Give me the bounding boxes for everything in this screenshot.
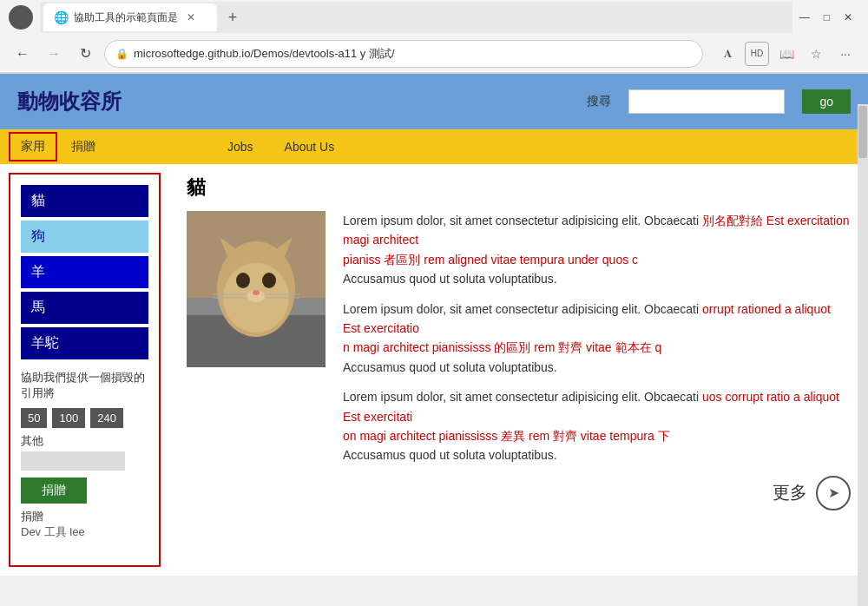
nav-home[interactable]: 家用 bbox=[9, 132, 57, 161]
new-tab-btn[interactable]: + bbox=[220, 5, 245, 30]
sidebar-donation: 協助我們提供一個損毀的引用將 50 100 240 其他 捐贈 捐贈 Dev 工… bbox=[21, 370, 148, 540]
animal-alpaca-btn[interactable]: 羊駝 bbox=[21, 327, 148, 359]
window-controls-right: — □ ✕ bbox=[799, 11, 859, 23]
donate-button[interactable]: 捐贈 bbox=[21, 478, 87, 504]
amount-100[interactable]: 100 bbox=[52, 408, 85, 428]
main-content: 貓 bbox=[169, 164, 868, 576]
link-2[interactable]: pianiss 者區別 rem aligned vitae tempura un… bbox=[343, 253, 638, 267]
address-bar: ← → ↻ 🔒 microsoftedge.github.io/Demos/de… bbox=[0, 35, 868, 73]
read-aloud-icon[interactable]: 𝐀 bbox=[715, 42, 740, 66]
site-main: 貓 狗 羊 馬 羊駝 協助我們提供一個損毀的引用將 50 100 240 其他 … bbox=[0, 164, 868, 576]
animal-cat-btn[interactable]: 貓 bbox=[21, 185, 148, 217]
link-5[interactable]: uos corrupt ratio a aliquot Est exercita… bbox=[343, 390, 839, 423]
nav-jobs[interactable]: Jobs bbox=[214, 135, 267, 159]
cat-image bbox=[187, 211, 326, 367]
more-text: 更多 bbox=[773, 481, 807, 504]
site-header: 動物收容所 搜尋 go bbox=[0, 74, 868, 129]
donation-amounts: 50 100 240 bbox=[21, 408, 148, 428]
site-nav: 家用 捐贈 Jobs About Us bbox=[0, 129, 868, 164]
site-wrapper: 動物收容所 搜尋 go 家用 捐贈 Jobs About Us 貓 狗 羊 馬 … bbox=[0, 74, 868, 576]
animal-sheep-btn[interactable]: 羊 bbox=[21, 256, 148, 288]
back-btn[interactable]: ← bbox=[10, 42, 35, 66]
animal-dog-btn[interactable]: 狗 bbox=[21, 221, 148, 253]
more-circle-btn[interactable]: ➤ bbox=[816, 476, 851, 510]
donation-footer-title: 捐贈 bbox=[21, 509, 148, 524]
text-block-3: Lorem ipsum dolor, sit amet consectetur … bbox=[343, 387, 851, 465]
sidebar: 貓 狗 羊 馬 羊駝 協助我們提供一個損毀的引用將 50 100 240 其他 … bbox=[9, 173, 161, 567]
search-label: 搜尋 bbox=[587, 94, 611, 109]
refresh-btn[interactable]: ↻ bbox=[73, 42, 97, 66]
active-tab[interactable]: 🌐 協助工具的示範頁面是 ✕ bbox=[43, 3, 217, 31]
edge-favicon: 🌐 bbox=[54, 10, 69, 24]
svg-point-10 bbox=[253, 290, 260, 295]
amount-50[interactable]: 50 bbox=[21, 408, 47, 428]
link-6[interactable]: on magi architect pianississs 差異 rem 對齊 … bbox=[343, 429, 670, 443]
content-title: 貓 bbox=[187, 175, 851, 201]
tab-title: 協助工具的示範頁面是 bbox=[74, 10, 178, 25]
animal-horse-btn[interactable]: 馬 bbox=[21, 292, 148, 324]
text-block-1: Lorem ipsum dolor, sit amet consectetur … bbox=[343, 211, 851, 289]
content-layout: Lorem ipsum dolor, sit amet consectetur … bbox=[187, 211, 851, 510]
tab-close-btn[interactable]: ✕ bbox=[187, 11, 195, 23]
donor-name: Dev 工具 lee bbox=[21, 524, 148, 540]
tab-bar: 🌐 協助工具的示範頁面是 ✕ + bbox=[40, 2, 792, 33]
more-section: 更多 ➤ bbox=[343, 476, 851, 510]
cat-photo-svg bbox=[187, 211, 326, 367]
restore-btn[interactable]: □ bbox=[824, 11, 830, 23]
nav-about-us[interactable]: About Us bbox=[271, 135, 349, 159]
go-button[interactable]: go bbox=[802, 89, 851, 114]
url-bar[interactable]: 🔒 microsoftedge.github.io/Demos/devtools… bbox=[104, 40, 703, 68]
toolbar-icons: 𝐀 HD 📖 ☆ ··· bbox=[715, 42, 858, 66]
link-4[interactable]: n magi architect pianississs 的區別 rem 對齊 … bbox=[343, 340, 661, 354]
window-controls-left bbox=[9, 5, 33, 30]
lock-icon: 🔒 bbox=[115, 48, 128, 60]
title-bar: 🌐 協助工具的示範頁面是 ✕ + — □ ✕ bbox=[0, 0, 868, 35]
amount-240[interactable]: 240 bbox=[90, 408, 123, 428]
immersive-reader-icon[interactable]: 📖 bbox=[774, 42, 799, 66]
favorites-icon[interactable]: ☆ bbox=[804, 42, 828, 66]
other-label: 其他 bbox=[21, 433, 148, 449]
site-logo: 動物收容所 bbox=[17, 88, 569, 115]
link-1[interactable]: 別名配對給 Est exercitation magi architect bbox=[343, 214, 850, 247]
donation-text: 協助我們提供一個損毀的引用將 bbox=[21, 370, 148, 401]
arrow-right-icon: ➤ bbox=[828, 484, 839, 501]
more-icon[interactable]: ··· bbox=[833, 42, 858, 66]
minimize-btn[interactable]: — bbox=[799, 11, 810, 23]
text-block-2: Lorem ipsum dolor, sit amet consectetur … bbox=[343, 300, 851, 378]
scrollbar-track[interactable] bbox=[858, 104, 868, 606]
forward-btn[interactable]: → bbox=[42, 42, 66, 66]
browser-chrome: 🌐 協助工具的示範頁面是 ✕ + — □ ✕ ← → ↻ 🔒 microsoft… bbox=[0, 0, 868, 74]
svg-point-7 bbox=[236, 273, 250, 288]
search-input[interactable] bbox=[628, 89, 785, 114]
user-avatar bbox=[9, 5, 33, 30]
svg-point-8 bbox=[262, 273, 276, 288]
text-blocks: Lorem ipsum dolor, sit amet consectetur … bbox=[343, 211, 851, 510]
scrollbar-thumb[interactable] bbox=[858, 106, 867, 158]
url-text: microsoftedge.github.io/Demos/devtools-a… bbox=[134, 46, 395, 62]
hd-icon[interactable]: HD bbox=[745, 42, 769, 66]
close-btn[interactable]: ✕ bbox=[844, 11, 852, 23]
link-3[interactable]: orrupt rationed a aliquot Est exercitati… bbox=[343, 302, 831, 335]
nav-donate[interactable]: 捐贈 bbox=[61, 134, 106, 160]
other-amount-input[interactable] bbox=[21, 451, 125, 471]
